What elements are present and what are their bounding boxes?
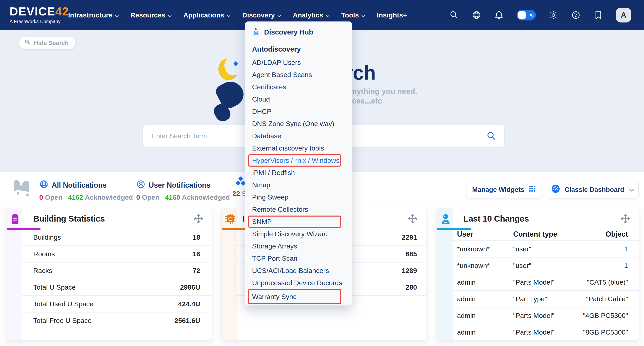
row-value: 2561.6U <box>174 317 200 324</box>
move-widget-icon[interactable] <box>408 214 418 225</box>
column-header-user: User <box>457 230 513 240</box>
menu-item-dhcp[interactable]: DHCP <box>245 105 352 118</box>
search-submit-icon[interactable] <box>486 131 496 142</box>
menu-item-agent-based-scans[interactable]: Agent Based Scans <box>245 69 352 81</box>
row-value: 72 <box>192 267 200 275</box>
menu-item-unprocessed-device-records[interactable]: Unprocessed Device Records <box>245 277 352 289</box>
dashboard-selector-button[interactable]: Classic Dashboard <box>547 181 638 199</box>
nav-item-infrastructure[interactable]: Infrastructure <box>68 11 119 19</box>
device42-logo[interactable]: DEVICE42 A Freshworks Company <box>10 6 69 24</box>
widget-title: Last 10 Changes <box>464 214 529 224</box>
cell-object: "8GB PC5300" <box>583 328 628 336</box>
row-value: 2291 <box>402 233 417 241</box>
menu-item-warranty-sync[interactable]: Warranty Sync <box>248 289 341 304</box>
search-off-icon <box>24 39 31 47</box>
help-icon[interactable] <box>571 10 581 20</box>
gear-icon[interactable] <box>548 10 558 20</box>
search-icon[interactable] <box>449 10 459 20</box>
cell-object: 1 <box>624 245 628 253</box>
table-row: admin"Parts Model""4GB PC5300" <box>453 307 638 324</box>
main-navigation: InfrastructureResourcesApplicationsDisco… <box>68 0 407 30</box>
menu-item-ad-ldap-users[interactable]: AD/LDAP Users <box>245 56 352 69</box>
nav-item-resources[interactable]: Resources <box>130 11 172 19</box>
brand-tagline: A Freshworks Company <box>10 19 69 24</box>
hide-search-label: Hide Search <box>34 40 68 46</box>
nav-item-discovery[interactable]: Discovery <box>242 11 281 19</box>
nav-item-insights[interactable]: Insights+ <box>377 11 407 19</box>
theme-toggle[interactable] <box>516 10 536 21</box>
menu-item-hypervisors-nix-windows[interactable]: HyperVisors / *nix / Windows <box>248 154 341 166</box>
cell-object: "Patch Cable" <box>586 295 628 303</box>
nav-item-applications[interactable]: Applications <box>183 11 231 19</box>
row-value: 424.4U <box>178 300 200 308</box>
menu-section-autodiscovery: Autodiscovery <box>245 42 352 56</box>
menu-item-discovery-hub[interactable]: Discovery Hub <box>245 24 352 40</box>
chevron-down-icon <box>168 11 172 19</box>
subscription-notifications-group[interactable]: 22 S <box>232 176 246 198</box>
table-row: Racks72 <box>22 263 212 279</box>
row-value: 16 <box>192 250 200 258</box>
column-header-content-type: Content type <box>513 230 606 240</box>
cell-content-type: "user" <box>513 262 624 270</box>
menu-item-database[interactable]: Database <box>245 130 352 142</box>
cell-content-type: "Part Type" <box>513 295 586 303</box>
menu-item-cloud[interactable]: Cloud <box>245 93 352 105</box>
menu-item-external-discovery-tools[interactable]: External discovery tools <box>245 142 352 154</box>
menu-item-label: Discovery Hub <box>264 28 313 36</box>
manage-widgets-button[interactable]: Manage Widgets <box>466 181 542 199</box>
nav-item-tools[interactable]: Tools <box>341 11 365 19</box>
dashboard-selector-label: Classic Dashboard <box>565 186 624 194</box>
globe-notification-icon <box>39 180 48 191</box>
bell-icon[interactable] <box>494 10 504 20</box>
menu-item-remote-collectors[interactable]: Remote Collectors <box>245 203 352 216</box>
chevron-down-icon <box>226 11 231 19</box>
nav-item-label: Infrastructure <box>68 11 112 19</box>
menu-item-certificates[interactable]: Certificates <box>245 81 352 93</box>
subtitle-fragment-1: nything you need. <box>352 87 417 96</box>
globe-icon[interactable] <box>472 10 481 20</box>
cell-user: admin <box>457 312 513 319</box>
all-notifications-group[interactable]: All Notifications 0 Open 4162 Acknowledg… <box>39 180 133 201</box>
menu-item-storage-arrays[interactable]: Storage Arrays <box>245 240 352 252</box>
menu-item-ipmi-redfish[interactable]: IPMI / Redfish <box>245 166 352 179</box>
cell-user: admin <box>457 295 513 303</box>
cell-content-type: "Parts Model" <box>513 312 583 319</box>
navbar-actions: A <box>449 0 631 30</box>
last-changes-widget: Last 10 Changes User Content type Object… <box>437 208 639 340</box>
menu-item-nmap[interactable]: Nmap <box>245 179 352 191</box>
bookmark-icon[interactable] <box>594 10 603 20</box>
nav-item-label: Applications <box>183 11 224 19</box>
menu-item-simple-discovery-wizard[interactable]: Simple Discovery Wizard <box>245 228 352 240</box>
move-widget-icon[interactable] <box>620 214 630 225</box>
hide-search-button[interactable]: Hide Search <box>19 37 75 49</box>
chevron-down-icon <box>277 11 281 19</box>
widget-title: Building Statistics <box>33 214 105 224</box>
subscription-counts-fragment: 22 S <box>232 190 246 198</box>
table-row: *unknown*"user"1 <box>453 257 638 274</box>
row-value: 2986U <box>180 283 200 291</box>
changes-table-header: User Content type Object <box>453 230 638 240</box>
widget-title-fragment: I <box>242 214 244 224</box>
row-value: 280 <box>406 283 417 291</box>
menu-item-snmp[interactable]: SNMP <box>248 216 341 228</box>
menu-item-tcp-port-scan[interactable]: TCP Port Scan <box>245 252 352 265</box>
nav-item-analytics[interactable]: Analytics <box>293 11 330 19</box>
avatar[interactable]: A <box>616 8 631 23</box>
table-row: admin"Parts Model""8GB PC5300" <box>453 324 638 340</box>
menu-item-ping-sweep[interactable]: Ping Sweep <box>245 191 352 203</box>
user-notification-icon <box>136 180 146 191</box>
building-icon <box>10 214 20 226</box>
menu-item-ucs-aci-load-balancers[interactable]: UCS/ACI/Load Balancers <box>245 265 352 277</box>
widget-accent-bar <box>437 228 471 230</box>
table-row: Total U Space2986U <box>22 279 212 296</box>
menu-item-dns-zone-sync-one-way[interactable]: DNS Zone Sync (One way) <box>245 118 352 130</box>
nav-item-label: Tools <box>341 11 359 19</box>
grid-icon <box>529 186 536 194</box>
user-notifications-group[interactable]: User Notifications 0 Open 4160 Acknowled… <box>136 180 230 201</box>
move-widget-icon[interactable] <box>193 214 204 225</box>
chevron-down-icon <box>361 11 365 19</box>
brand-wordmark: DEVICE42 <box>10 6 69 17</box>
table-row: admin"Part Type""Patch Cable" <box>453 290 638 307</box>
toggle-knob <box>518 11 526 20</box>
row-value: 18 <box>192 233 200 241</box>
